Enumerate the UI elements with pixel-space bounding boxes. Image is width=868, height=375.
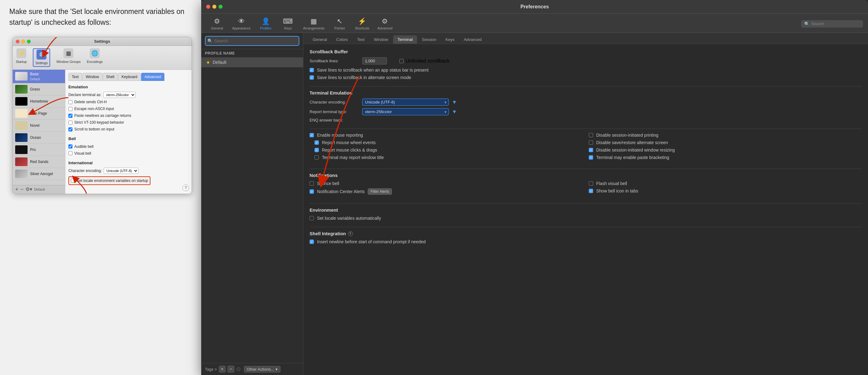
newline-cb[interactable] [310,239,314,244]
del-profile-button[interactable]: − [227,366,234,373]
unlimited-checkbox[interactable] [399,59,404,63]
report-type-row: Report terminal type: xterm-256color ▼ [310,108,862,115]
encoding-select[interactable]: Unicode (UTF-8) [104,168,138,174]
tab-keys[interactable]: Keys [441,35,459,44]
old-toolbar: ⚡ Startup ⚙ Settings ▦ Window Groups 🌐 E… [13,46,192,70]
gear-profile-btn[interactable]: ⚙▾ [25,185,32,193]
profile-manpage[interactable]: Man Page [13,108,65,120]
pref-toolbar: ⚙ General 👁 Appearance 👤 Profiles ⌨ Keys… [201,13,868,33]
paste-newlines-cb[interactable] [68,114,72,118]
profile-novel[interactable]: Novel [13,120,65,132]
wheel-events-cb[interactable] [314,140,319,145]
encoding-select-right[interactable]: Unicode (UTF-8) [362,98,449,106]
locale-cb[interactable] [71,178,75,182]
tab-terminal[interactable]: Terminal [393,35,417,44]
strict-vt100-cb[interactable] [68,120,72,124]
tool-advanced[interactable]: ⚙ Advanced [374,16,396,31]
profile-search-input[interactable] [205,36,299,46]
delete-sends-cb[interactable] [68,100,72,104]
clicks-drags-cb[interactable] [314,148,319,152]
locale-auto-cb[interactable] [310,216,314,220]
tags-button[interactable]: Tags > [205,367,217,372]
old-tl-green[interactable] [27,40,31,44]
disable-resize-cb[interactable] [589,148,593,152]
scrollback-section: Scrollback Buffer Scrollback lines: Unli… [310,49,862,80]
del-profile-btn[interactable]: − [21,185,24,194]
tool-arrangements[interactable]: ▦ Arrangements [299,16,328,31]
sidebar-footer-right: Tags > + − ⊙ Other Actions... ▾ [201,363,303,375]
enable-mouse-cb[interactable] [310,133,314,137]
profile-grass[interactable]: Grass [13,83,65,95]
tab-shell[interactable]: Shell [103,73,118,81]
old-tl-yellow[interactable] [21,40,25,44]
save-status-bar-cb[interactable] [310,68,314,72]
scroll-bottom-cb[interactable] [68,127,72,132]
flash-visual-label: Flash visual bell [596,181,627,186]
disable-printing-row: Disable session-initiated printing [589,133,862,138]
report-chevron: ▼ [452,109,457,115]
tool-keys[interactable]: ⌨ Keys [277,16,299,31]
filter-alerts-btn[interactable]: Filter Alerts [368,189,392,195]
tab-session[interactable]: Session [417,35,440,44]
tab-advanced[interactable]: Advanced [141,73,164,81]
add-profile-btn[interactable]: + [15,185,19,194]
old-settings-area: Settings ⚡ Startup ⚙ Settings ▦ Window G… [9,37,192,194]
save-alternate-cb[interactable] [310,75,314,80]
toolbar-search-input[interactable] [811,21,860,26]
tab-general[interactable]: General [308,35,331,44]
old-tl-red[interactable] [16,40,20,44]
tab-window[interactable]: Window [82,73,102,81]
pref-tl-green[interactable] [219,5,223,9]
silence-bell-cb[interactable] [310,181,314,185]
tab-colors[interactable]: Colors [332,35,352,44]
declare-select[interactable]: xterm-256color [103,92,135,98]
toolbar-search[interactable]: 🔍 [801,20,863,28]
tool-general[interactable]: ⚙ General [206,16,228,31]
old-toolbar-encodings[interactable]: 🌐 Encodings [87,48,102,67]
audible-bell-cb[interactable] [68,144,72,148]
profile-red-sands[interactable]: Red Sands [13,156,65,168]
notif-center-cb[interactable] [310,190,314,194]
profile-pro[interactable]: Pro [13,144,65,156]
disable-save-row: Disable save/restore alternate screen [589,140,862,145]
report-type-select[interactable]: xterm-256color [362,108,449,115]
advanced-tool-icon: ⚙ [382,17,388,25]
add-profile-button[interactable]: + [219,366,226,373]
disable-printing-cb[interactable] [589,133,593,137]
old-toolbar-startup[interactable]: ⚡ Startup [16,48,27,67]
tab-text[interactable]: Text [353,35,369,44]
window-title-cb[interactable] [314,155,319,160]
paste-bracketing-cb[interactable] [589,155,593,160]
visual-bell-row: Visual bell [68,151,188,156]
mouse-right-col: Disable session-initiated printing Disab… [589,133,862,163]
report-type-label: Report terminal type: [310,109,359,114]
help-button[interactable]: ? [182,184,189,191]
pref-tl-yellow[interactable] [212,5,216,9]
window-title-row: Terminal may report window title [310,155,583,160]
visual-bell-cb[interactable] [68,151,72,155]
shell-help-icon[interactable]: ? [348,231,353,236]
tool-shortcuts[interactable]: ⚡ Shortcuts [351,16,373,31]
tool-profiles[interactable]: 👤 Profiles [255,16,276,31]
tab-window[interactable]: Window [370,35,393,44]
scrollback-lines-input[interactable] [362,57,387,64]
profile-homebrew[interactable]: Homebrew [13,95,65,108]
tool-pointer[interactable]: ↖ Pointer [329,16,350,31]
tool-appearance[interactable]: 👁 Appearance [228,16,254,31]
pref-tl-red[interactable] [206,5,210,9]
profile-basic[interactable]: Basic Default [13,70,65,83]
show-icon-cb[interactable] [589,189,593,193]
locale-auto-label: Set locale variables automatically [317,216,381,221]
old-tab-bar: Text Window Shell Keyboard Advanced [68,73,188,81]
disable-save-cb[interactable] [589,140,593,145]
profile-ocean[interactable]: Ocean [13,132,65,144]
tab-text[interactable]: Text [68,73,82,81]
other-actions-button[interactable]: Other Actions... ▾ [244,366,280,373]
flash-visual-cb[interactable] [589,181,593,185]
tab-keyboard[interactable]: Keyboard [118,73,141,81]
profile-silver[interactable]: Silver Aerogel [13,168,65,180]
tab-advanced-detail[interactable]: Advanced [459,35,486,44]
escape-ascii-cb[interactable] [68,107,72,111]
general-label: General [211,26,223,30]
profile-default[interactable]: ★ Default [201,57,303,67]
